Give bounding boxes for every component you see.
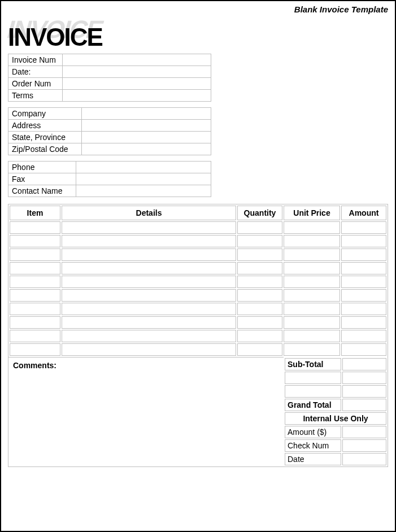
totals-blank-row-2 — [285, 385, 386, 398]
date-row: Date: — [8, 66, 211, 78]
cell-quantity[interactable] — [237, 248, 282, 261]
zip-label: Zip/Postal Code — [8, 143, 82, 155]
cell-item[interactable] — [10, 262, 60, 274]
internal-checknum-label: Check Num — [285, 439, 341, 452]
order-num-value[interactable] — [63, 78, 211, 89]
template-label: Blank Invoice Template — [8, 5, 388, 14]
fax-value[interactable] — [76, 173, 211, 185]
cell-details[interactable] — [62, 289, 236, 302]
cell-quantity[interactable] — [237, 262, 282, 274]
cell-details[interactable] — [62, 330, 236, 342]
grandtotal-label: Grand Total — [285, 399, 341, 411]
cell-amount[interactable] — [341, 303, 386, 315]
totals-blank-1b[interactable] — [342, 372, 386, 384]
cell-unitPrice[interactable] — [284, 248, 340, 261]
totals-blank-1a[interactable] — [285, 372, 341, 384]
cell-details[interactable] — [62, 276, 236, 288]
cell-quantity[interactable] — [237, 289, 282, 302]
internal-checknum-value[interactable] — [342, 439, 386, 452]
table-row — [10, 248, 386, 261]
totals-blank-2a[interactable] — [285, 385, 341, 398]
cell-item[interactable] — [10, 303, 60, 315]
cell-quantity[interactable] — [237, 343, 282, 356]
cell-amount[interactable] — [341, 262, 386, 274]
cell-unitPrice[interactable] — [284, 262, 340, 274]
cell-unitPrice[interactable] — [284, 276, 340, 288]
cell-details[interactable] — [62, 221, 236, 234]
cell-amount[interactable] — [341, 330, 386, 342]
internal-date-value[interactable] — [342, 453, 386, 465]
terms-value[interactable] — [63, 90, 211, 101]
cell-amount[interactable] — [341, 276, 386, 288]
header-unit-price: Unit Price — [284, 206, 340, 220]
cell-quantity[interactable] — [237, 303, 282, 315]
cell-unitPrice[interactable] — [284, 289, 340, 302]
cell-details[interactable] — [62, 343, 236, 356]
company-row: Company — [8, 108, 211, 120]
internal-date-label: Date — [285, 453, 341, 465]
phone-row: Phone — [8, 162, 211, 173]
cell-item[interactable] — [10, 343, 60, 356]
grandtotal-row: Grand Total — [285, 399, 386, 411]
totals-blank-row-1 — [285, 372, 386, 384]
company-value[interactable] — [82, 108, 211, 119]
company-info-block: Company Address State, Province Zip/Post… — [8, 107, 211, 155]
fax-row: Fax — [8, 173, 211, 185]
subtotal-value[interactable] — [342, 358, 386, 370]
date-value[interactable] — [63, 66, 211, 77]
cell-item[interactable] — [10, 221, 60, 234]
contact-info-block: Phone Fax Contact Name — [8, 161, 211, 197]
cell-unitPrice[interactable] — [284, 343, 340, 356]
order-num-label: Order Num — [8, 78, 63, 89]
cell-details[interactable] — [62, 262, 236, 274]
cell-quantity[interactable] — [237, 235, 282, 247]
cell-item[interactable] — [10, 248, 60, 261]
invoice-page: Blank Invoice Template INVOICE INVOICE I… — [0, 0, 396, 532]
invoice-info-block: Invoice Num Date: Order Num Terms — [8, 54, 211, 102]
internal-amount-row: Amount ($) — [285, 426, 386, 438]
cell-quantity[interactable] — [237, 221, 282, 234]
totals-blank-2b[interactable] — [342, 385, 386, 398]
cell-unitPrice[interactable] — [284, 221, 340, 234]
cell-amount[interactable] — [341, 316, 386, 329]
cell-unitPrice[interactable] — [284, 330, 340, 342]
cell-amount[interactable] — [341, 221, 386, 234]
cell-details[interactable] — [62, 248, 236, 261]
address-value[interactable] — [82, 120, 211, 131]
cell-amount[interactable] — [341, 289, 386, 302]
grandtotal-value[interactable] — [342, 399, 386, 411]
header-details: Details — [62, 206, 236, 220]
cell-amount[interactable] — [341, 235, 386, 247]
company-label: Company — [8, 108, 82, 119]
cell-item[interactable] — [10, 276, 60, 288]
header-item: Item — [10, 206, 60, 220]
cell-details[interactable] — [62, 303, 236, 315]
terms-row: Terms — [8, 90, 211, 101]
contact-name-value[interactable] — [76, 185, 211, 197]
cell-unitPrice[interactable] — [284, 235, 340, 247]
cell-item[interactable] — [10, 235, 60, 247]
invoice-logo: INVOICE INVOICE — [8, 15, 388, 49]
cell-quantity[interactable] — [237, 276, 282, 288]
cell-amount[interactable] — [341, 343, 386, 356]
cell-quantity[interactable] — [237, 330, 282, 342]
cell-quantity[interactable] — [237, 316, 282, 329]
zip-value[interactable] — [82, 143, 211, 155]
cell-details[interactable] — [62, 316, 236, 329]
cell-unitPrice[interactable] — [284, 303, 340, 315]
state-value[interactable] — [82, 132, 211, 143]
cell-item[interactable] — [10, 289, 60, 302]
table-row — [10, 289, 386, 302]
invoice-num-value[interactable] — [63, 54, 211, 66]
comments-box[interactable]: Comments: — [8, 357, 284, 466]
cell-item[interactable] — [10, 330, 60, 342]
invoice-num-label: Invoice Num — [8, 54, 63, 66]
header-amount: Amount — [341, 206, 386, 220]
cell-item[interactable] — [10, 316, 60, 329]
phone-value[interactable] — [76, 162, 211, 173]
cell-unitPrice[interactable] — [284, 316, 340, 329]
internal-amount-value[interactable] — [342, 426, 386, 438]
cell-amount[interactable] — [341, 248, 386, 261]
cell-details[interactable] — [62, 235, 236, 247]
terms-label: Terms — [8, 90, 63, 101]
